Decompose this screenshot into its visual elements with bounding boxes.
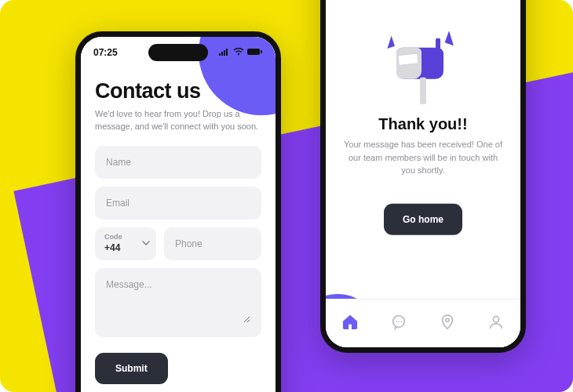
phone-input[interactable] — [175, 238, 250, 249]
page-subtitle: We'd love to hear from you! Drop us a me… — [95, 108, 261, 133]
contact-form: Code +44 Submit — [95, 146, 261, 384]
page-title: Contact us — [95, 79, 261, 103]
svg-point-4 — [238, 53, 239, 55]
email-input[interactable] — [106, 198, 250, 209]
dynamic-island — [148, 44, 208, 61]
nav-location[interactable] — [423, 299, 472, 347]
bottom-nav — [326, 299, 520, 347]
phone-contact: 07:25 Contact us We'd love to hear from … — [75, 31, 281, 392]
home-icon — [341, 314, 359, 334]
go-home-button[interactable]: Go home — [384, 203, 462, 234]
name-field[interactable] — [95, 146, 261, 179]
message-input[interactable] — [106, 279, 250, 323]
svg-point-9 — [398, 321, 400, 322]
svg-point-12 — [493, 316, 498, 321]
phone-thankyou: Thank you!! Your message has been receiv… — [320, 0, 526, 353]
nav-home[interactable] — [326, 299, 374, 347]
nav-chat[interactable] — [374, 299, 423, 347]
svg-rect-2 — [224, 50, 225, 56]
svg-rect-6 — [261, 50, 262, 53]
profile-icon — [487, 314, 505, 334]
svg-rect-0 — [219, 53, 221, 56]
phone-field[interactable] — [164, 227, 261, 260]
svg-point-10 — [400, 321, 402, 322]
status-icons — [219, 47, 263, 58]
chat-icon — [390, 314, 407, 334]
svg-point-8 — [396, 321, 397, 322]
thankyou-title: Thank you!! — [378, 115, 467, 133]
svg-point-11 — [446, 318, 449, 321]
battery-icon — [247, 47, 263, 58]
signal-icon — [219, 47, 230, 58]
chevron-down-icon — [142, 239, 150, 249]
name-input[interactable] — [106, 157, 250, 168]
svg-rect-1 — [221, 52, 223, 56]
svg-rect-3 — [226, 49, 228, 56]
nav-profile[interactable] — [472, 299, 520, 347]
submit-button[interactable]: Submit — [95, 353, 168, 384]
mailbox-icon — [390, 32, 456, 107]
contact-screen: Contact us We'd love to hear from you! D… — [81, 37, 276, 384]
wifi-icon — [233, 47, 244, 58]
thankyou-subtitle: Your message has been received! One of o… — [341, 138, 505, 177]
email-field[interactable] — [95, 187, 261, 220]
location-icon — [439, 314, 456, 334]
status-time: 07:25 — [93, 47, 118, 58]
svg-rect-5 — [247, 49, 260, 55]
thankyou-screen: Thank you!! Your message has been receiv… — [326, 32, 520, 235]
message-field[interactable] — [95, 268, 261, 337]
app-showcase: 07:25 Contact us We'd love to hear from … — [0, 0, 573, 392]
country-code-select[interactable]: Code +44 — [95, 227, 156, 260]
